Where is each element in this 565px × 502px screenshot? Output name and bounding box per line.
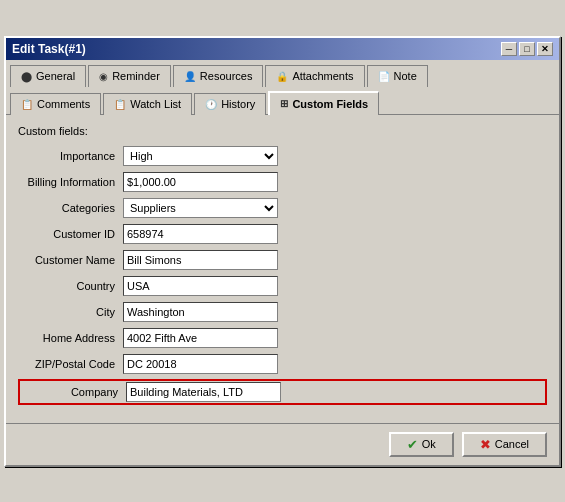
tab-note[interactable]: 📄 Note	[367, 65, 428, 87]
customerid-input[interactable]	[123, 224, 278, 244]
tab-comments-label: Comments	[37, 98, 90, 110]
tab-resources-label: Resources	[200, 70, 253, 82]
tab-history-label: History	[221, 98, 255, 110]
field-row-billing: Billing Information	[18, 171, 547, 193]
tab-general-label: General	[36, 70, 75, 82]
tab-watchlist-label: Watch List	[130, 98, 181, 110]
label-categories: Categories	[18, 202, 123, 214]
main-window: Edit Task(#1) ─ □ ✕ ⬤ General ◉ Reminder…	[4, 36, 561, 467]
zipcode-input[interactable]	[123, 354, 278, 374]
value-customerid[interactable]	[123, 224, 278, 244]
field-row-homeaddress: Home Address	[18, 327, 547, 349]
tabs-row-2: 📋 Comments 📋 Watch List 🕐 History ⊞ Cust…	[6, 86, 559, 114]
label-customername: Customer Name	[18, 254, 123, 266]
field-row-country: Country	[18, 275, 547, 297]
value-company[interactable]	[126, 382, 281, 402]
categories-select[interactable]: Suppliers Other	[123, 198, 278, 218]
city-input[interactable]	[123, 302, 278, 322]
maximize-button[interactable]: □	[519, 42, 535, 56]
label-city: City	[18, 306, 123, 318]
ok-icon: ✔	[407, 437, 418, 452]
tab-reminder[interactable]: ◉ Reminder	[88, 65, 171, 87]
cancel-icon: ✖	[480, 437, 491, 452]
tab-attachments[interactable]: 🔒 Attachments	[265, 65, 364, 87]
customername-input[interactable]	[123, 250, 278, 270]
ok-button[interactable]: ✔ Ok	[389, 432, 454, 457]
minimize-button[interactable]: ─	[501, 42, 517, 56]
tab-history[interactable]: 🕐 History	[194, 93, 266, 115]
field-row-customerid: Customer ID	[18, 223, 547, 245]
comments-icon: 📋	[21, 99, 33, 110]
ok-label: Ok	[422, 438, 436, 450]
tab-custom-fields[interactable]: ⊞ Custom Fields	[268, 91, 379, 115]
country-input[interactable]	[123, 276, 278, 296]
cancel-button[interactable]: ✖ Cancel	[462, 432, 547, 457]
title-bar-text: Edit Task(#1)	[12, 42, 86, 56]
general-icon: ⬤	[21, 71, 32, 82]
billing-input[interactable]	[123, 172, 278, 192]
fields-container: Importance High Normal Low Billing Infor…	[18, 145, 547, 405]
label-zipcode: ZIP/Postal Code	[18, 358, 123, 370]
label-homeaddress: Home Address	[18, 332, 123, 344]
close-button[interactable]: ✕	[537, 42, 553, 56]
watchlist-icon: 📋	[114, 99, 126, 110]
attachments-icon: 🔒	[276, 71, 288, 82]
field-row-company: Company	[18, 379, 547, 405]
value-categories[interactable]: Suppliers Other	[123, 198, 278, 218]
section-label: Custom fields:	[18, 125, 547, 137]
tab-reminder-label: Reminder	[112, 70, 160, 82]
label-importance: Importance	[18, 150, 123, 162]
value-customername[interactable]	[123, 250, 278, 270]
label-billing: Billing Information	[18, 176, 123, 188]
field-row-zipcode: ZIP/Postal Code	[18, 353, 547, 375]
value-importance[interactable]: High Normal Low	[123, 146, 278, 166]
tab-custom-fields-label: Custom Fields	[292, 98, 368, 110]
tab-note-label: Note	[394, 70, 417, 82]
window-title: Edit Task(#1)	[12, 42, 86, 56]
custom-fields-icon: ⊞	[280, 98, 288, 109]
note-icon: 📄	[378, 71, 390, 82]
title-bar: Edit Task(#1) ─ □ ✕	[6, 38, 559, 60]
tab-general[interactable]: ⬤ General	[10, 65, 86, 87]
tab-attachments-label: Attachments	[292, 70, 353, 82]
field-row-categories: Categories Suppliers Other	[18, 197, 547, 219]
title-bar-controls: ─ □ ✕	[501, 42, 553, 56]
value-billing[interactable]	[123, 172, 278, 192]
label-customerid: Customer ID	[18, 228, 123, 240]
company-input[interactable]	[126, 382, 281, 402]
reminder-icon: ◉	[99, 71, 108, 82]
label-country: Country	[18, 280, 123, 292]
field-row-customername: Customer Name	[18, 249, 547, 271]
value-country[interactable]	[123, 276, 278, 296]
tab-comments[interactable]: 📋 Comments	[10, 93, 101, 115]
homeaddress-input[interactable]	[123, 328, 278, 348]
field-row-city: City	[18, 301, 547, 323]
label-company: Company	[21, 386, 126, 398]
tab-watchlist[interactable]: 📋 Watch List	[103, 93, 192, 115]
cancel-label: Cancel	[495, 438, 529, 450]
button-row: ✔ Ok ✖ Cancel	[6, 423, 559, 465]
history-icon: 🕐	[205, 99, 217, 110]
resources-icon: 👤	[184, 71, 196, 82]
value-city[interactable]	[123, 302, 278, 322]
content-area: Custom fields: Importance High Normal Lo…	[6, 114, 559, 419]
value-homeaddress[interactable]	[123, 328, 278, 348]
value-zipcode[interactable]	[123, 354, 278, 374]
field-row-importance: Importance High Normal Low	[18, 145, 547, 167]
importance-select[interactable]: High Normal Low	[123, 146, 278, 166]
tab-resources[interactable]: 👤 Resources	[173, 65, 264, 87]
tabs-row-1: ⬤ General ◉ Reminder 👤 Resources 🔒 Attac…	[6, 60, 559, 86]
